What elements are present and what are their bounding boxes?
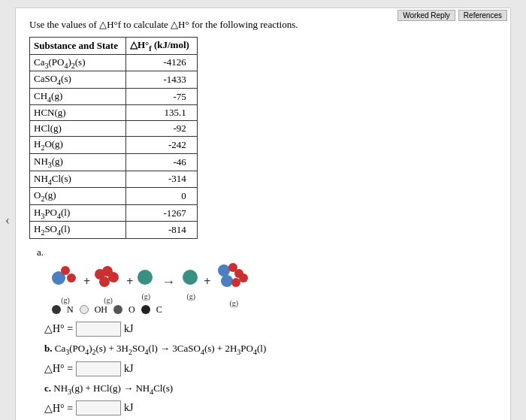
dh-row-c: △H° = kJ bbox=[44, 400, 497, 415]
plus-3: + bbox=[204, 275, 210, 289]
substance-nh3: NH3(g) bbox=[30, 153, 126, 171]
substance-hcn: HCN(g) bbox=[30, 105, 126, 121]
references-button[interactable]: References bbox=[458, 10, 507, 21]
thermodynamic-table: Substance and State △H°f (kJ/mol) Ca3(PO… bbox=[29, 37, 198, 239]
table-row: H2O(g) -242 bbox=[30, 137, 198, 154]
substance-h3po4: H3PO4(l) bbox=[30, 204, 126, 222]
part-a-label: a. bbox=[37, 246, 497, 258]
table-row: CH4(g) -75 bbox=[30, 88, 198, 105]
molecule-2: (g) bbox=[95, 266, 122, 298]
part-b-label: b. bbox=[44, 343, 52, 354]
worked-reply-button[interactable]: Worked Reply bbox=[398, 10, 455, 21]
legend-o: O bbox=[128, 304, 135, 316]
substance-ca3po4: Ca3(PO4)2(s) bbox=[30, 54, 126, 71]
value-h2o: -242 bbox=[125, 137, 197, 154]
col-header-enthalpy: △H°f (kJ/mol) bbox=[125, 38, 197, 55]
dh-input-b[interactable] bbox=[76, 361, 121, 376]
substance-caso4: CaSO4(s) bbox=[30, 71, 126, 89]
value-caso4: -1433 bbox=[125, 71, 197, 89]
legend-c: C bbox=[156, 304, 162, 316]
top-buttons: Worked Reply References bbox=[398, 10, 507, 21]
dh-label-c: △H° = bbox=[44, 402, 73, 415]
part-c-reaction: c. NH3(g) + HCl(g) → NH4Cl(s) bbox=[44, 381, 497, 398]
dh-row-a: △H° = kJ bbox=[44, 322, 497, 337]
molecule-4: (g) bbox=[183, 270, 199, 295]
part-c-label: c. bbox=[44, 382, 51, 394]
dh-input-a[interactable] bbox=[76, 322, 121, 337]
dh-label-b: △H° = bbox=[44, 362, 73, 375]
table-row: NH3(g) -46 bbox=[30, 153, 198, 171]
mol3-label: (g) bbox=[141, 292, 150, 301]
value-o2: 0 bbox=[125, 188, 197, 205]
table-row: CaSO4(s) -1433 bbox=[30, 71, 198, 89]
legend-row: N OH O C bbox=[52, 304, 497, 316]
legend-oh: OH bbox=[95, 304, 107, 316]
value-ca3po4: -4126 bbox=[125, 54, 197, 71]
mol5-label: (g) bbox=[230, 299, 239, 307]
main-page: Worked Reply References ‹ Use the values… bbox=[15, 8, 511, 420]
table-row: O2(g) 0 bbox=[30, 188, 198, 205]
substance-h2so4: H2SO4(l) bbox=[30, 222, 126, 239]
table-row: NH4Cl(s) -314 bbox=[30, 171, 198, 188]
mol1-label: (g) bbox=[61, 296, 70, 304]
value-h2so4: -814 bbox=[125, 222, 197, 239]
dh-unit-b: kJ bbox=[124, 363, 133, 375]
substance-ch4: CH4(g) bbox=[30, 88, 126, 105]
value-ch4: -75 bbox=[125, 88, 197, 105]
substance-h2o: H2O(g) bbox=[30, 137, 126, 154]
dh-input-c[interactable] bbox=[76, 400, 121, 415]
substance-hcl: HCl(g) bbox=[30, 121, 126, 137]
plus-1: + bbox=[83, 275, 90, 289]
dh-row-b: △H° = kJ bbox=[44, 361, 497, 376]
table-row: H3PO4(l) -1267 bbox=[30, 204, 198, 222]
mol2-label: (g) bbox=[104, 296, 113, 304]
value-hcn: 135.1 bbox=[125, 105, 197, 121]
dh-unit-c: kJ bbox=[124, 402, 133, 414]
value-nh3: -46 bbox=[125, 153, 197, 171]
table-row: HCl(g) -92 bbox=[30, 121, 198, 137]
part-b-reaction: b. Ca3(PO4)2(s) + 3H2SO4(l) → 3CaSO4(s) … bbox=[44, 341, 497, 358]
reaction-diagram-a: (g) + (g) + (g) → (g) bbox=[52, 263, 497, 301]
dh-unit-a: kJ bbox=[124, 323, 133, 335]
value-h3po4: -1267 bbox=[125, 204, 197, 222]
col-header-substance: Substance and State bbox=[30, 38, 126, 55]
value-nh4cl: -314 bbox=[125, 171, 197, 188]
reaction-arrow: → bbox=[162, 274, 175, 290]
molecule-3: (g) bbox=[138, 270, 154, 295]
mol4-label: (g) bbox=[186, 292, 195, 301]
molecule-1: (g) bbox=[52, 266, 79, 298]
value-hcl: -92 bbox=[125, 121, 197, 137]
table-row: HCN(g) 135.1 bbox=[30, 105, 198, 121]
dh-label-a: △H° = bbox=[44, 322, 73, 335]
table-row: Ca3(PO4)2(s) -4126 bbox=[30, 54, 198, 71]
nav-left-arrow[interactable]: ‹ bbox=[5, 213, 10, 228]
molecule-5: (g) bbox=[215, 263, 252, 301]
substance-o2: O2(g) bbox=[30, 188, 126, 205]
table-row: H2SO4(l) -814 bbox=[30, 222, 198, 239]
legend-n: N bbox=[67, 304, 74, 316]
substance-nh4cl: NH4Cl(s) bbox=[30, 171, 126, 188]
plus-2: + bbox=[126, 275, 133, 289]
